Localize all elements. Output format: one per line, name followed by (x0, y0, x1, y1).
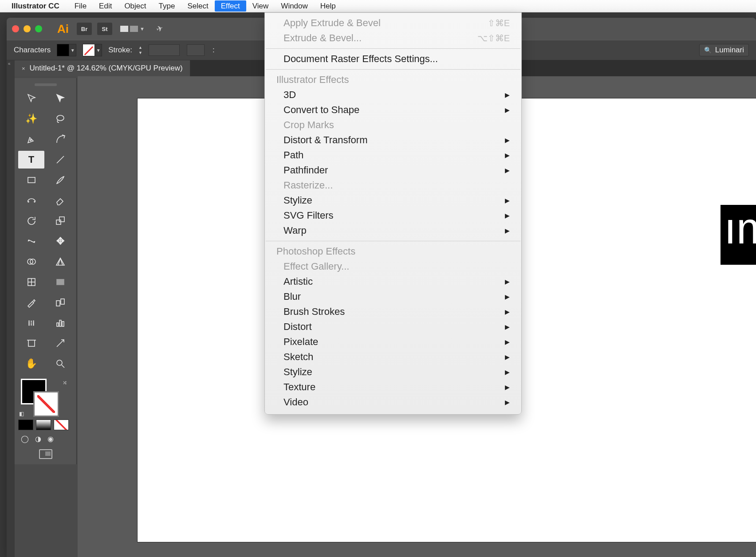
menu-separator (266, 241, 520, 241)
menu-item-sketch[interactable]: Sketch▶ (265, 349, 521, 365)
symbol-sprayer-tool[interactable]: ⁞⁝⁞ (18, 314, 44, 332)
free-transform-tool[interactable]: ✥ (47, 232, 73, 250)
swap-fill-stroke-icon[interactable]: ⤭ (63, 380, 67, 386)
maximize-window-icon[interactable] (35, 25, 42, 32)
rectangle-tool[interactable] (18, 171, 44, 189)
submenu-arrow-icon: ▶ (505, 399, 510, 406)
minimize-window-icon[interactable] (24, 25, 31, 32)
menu-type[interactable]: Type (153, 0, 181, 12)
eraser-tool[interactable] (47, 192, 73, 209)
line-segment-tool[interactable] (47, 151, 73, 169)
stock-button[interactable]: St (97, 23, 112, 35)
stroke-weight-field[interactable] (149, 44, 180, 56)
menu-item-pixelate[interactable]: Pixelate▶ (265, 334, 521, 349)
paintbrush-tool[interactable] (47, 171, 73, 189)
font-search-field[interactable]: 🔍 Luminari (699, 44, 749, 56)
menu-label: Convert to Shape (284, 104, 359, 116)
pen-tool[interactable] (18, 130, 44, 148)
width-tool[interactable] (18, 232, 44, 250)
menu-item-pathfinder[interactable]: Pathfinder▶ (265, 163, 521, 178)
magic-wand-tool[interactable]: ✨ (18, 110, 44, 128)
type-tool[interactable]: T (18, 151, 44, 169)
menu-item-path[interactable]: Path▶ (265, 148, 521, 163)
gpu-performance-icon[interactable]: ✈ (155, 23, 165, 35)
mesh-tool[interactable] (18, 273, 44, 291)
menu-item-convert-to-shape[interactable]: Convert to Shape▶ (265, 102, 521, 118)
menu-item-distort-transform[interactable]: Distort & Transform▶ (265, 133, 521, 148)
menu-file[interactable]: File (68, 0, 93, 12)
svg-rect-17 (57, 279, 64, 285)
menu-item-distort[interactable]: Distort▶ (265, 319, 521, 334)
column-graph-tool[interactable] (47, 314, 73, 332)
brush-definition-field[interactable] (187, 44, 205, 56)
app-name[interactable]: Illustrator CC (12, 2, 59, 11)
artboard-tool[interactable] (18, 334, 44, 352)
menu-object[interactable]: Object (118, 0, 152, 12)
menu-view[interactable]: View (246, 0, 275, 12)
menu-separator (266, 69, 520, 70)
menu-select[interactable]: Select (181, 0, 214, 12)
draw-inside-icon[interactable]: ◉ (47, 435, 54, 443)
svg-point-0 (57, 115, 64, 121)
panel-collapse-strip[interactable]: « (7, 60, 15, 557)
selection-tool[interactable] (18, 90, 44, 107)
fill-dropdown[interactable]: ▼ (69, 44, 76, 56)
blend-tool[interactable] (47, 294, 73, 311)
menu-label: Pixelate (284, 336, 318, 348)
curvature-tool[interactable] (47, 130, 73, 148)
menu-item-texture[interactable]: Texture▶ (265, 380, 521, 395)
stroke-dropdown[interactable]: ▼ (95, 44, 102, 56)
rotate-tool[interactable] (18, 212, 44, 230)
slice-tool[interactable] (47, 334, 73, 352)
menu-label: Artistic (284, 276, 313, 287)
menu-effect[interactable]: Effect (215, 0, 246, 12)
stroke-color-icon[interactable] (33, 391, 59, 417)
menu-item-video[interactable]: Video▶ (265, 395, 521, 410)
close-window-icon[interactable] (12, 25, 19, 32)
perspective-grid-tool[interactable] (47, 253, 73, 271)
gradient-mode-icon[interactable] (36, 420, 51, 430)
default-fill-stroke-icon[interactable]: ◧ (19, 411, 24, 417)
document-tab-title: Untitled-1* @ 124.62% (CMYK/GPU Preview) (30, 64, 183, 73)
mac-menubar: Illustrator CC FileEditObjectTypeSelectE… (0, 0, 756, 12)
menu-item-3d[interactable]: 3D▶ (265, 87, 521, 102)
bridge-button[interactable]: Br (77, 23, 92, 35)
menu-edit[interactable]: Edit (93, 0, 118, 12)
none-mode-icon[interactable] (54, 420, 69, 430)
menu-item-artistic[interactable]: Artistic▶ (265, 274, 521, 289)
lasso-tool[interactable] (47, 110, 73, 128)
close-tab-icon[interactable]: × (22, 65, 25, 72)
svg-rect-3 (28, 177, 35, 183)
draw-behind-icon[interactable]: ◑ (35, 435, 41, 443)
menu-item-brush-strokes[interactable]: Brush Strokes▶ (265, 304, 521, 319)
gradient-tool[interactable] (47, 273, 73, 291)
draw-normal-icon[interactable]: ◯ (21, 435, 29, 443)
color-mode-icon[interactable] (18, 420, 33, 430)
text-object[interactable]: ım (721, 205, 756, 265)
submenu-arrow-icon: ▶ (505, 293, 510, 300)
scale-tool[interactable] (47, 212, 73, 230)
zoom-tool[interactable] (47, 355, 73, 373)
shape-builder-tool[interactable] (18, 253, 44, 271)
screen-mode-icon[interactable] (39, 449, 52, 459)
menu-item-warp[interactable]: Warp▶ (265, 223, 521, 238)
menu-item-stylize[interactable]: Stylize▶ (265, 193, 521, 208)
menu-help[interactable]: Help (314, 0, 342, 12)
stroke-swatch[interactable] (83, 44, 95, 56)
direct-selection-tool[interactable] (47, 90, 73, 107)
menu-item-blur[interactable]: Blur▶ (265, 289, 521, 304)
panel-grip-icon[interactable] (35, 83, 57, 86)
submenu-arrow-icon: ▶ (505, 197, 510, 204)
stroke-weight-stepper[interactable]: ▲▼ (138, 45, 142, 55)
arrange-documents-button[interactable]: ▼ (120, 26, 145, 32)
fill-swatch[interactable] (57, 44, 69, 56)
menu-window[interactable]: Window (275, 0, 314, 12)
document-tab[interactable]: × Untitled-1* @ 124.62% (CMYK/GPU Previe… (15, 60, 190, 76)
fill-stroke-control[interactable]: ⤭ ◧ (18, 379, 73, 417)
menu-document-raster-settings[interactable]: Document Raster Effects Settings... (265, 51, 521, 67)
shaper-tool[interactable] (18, 192, 44, 209)
menu-item-svg-filters[interactable]: SVG Filters▶ (265, 208, 521, 223)
hand-tool[interactable]: ✋ (18, 355, 44, 373)
eyedropper-tool[interactable] (18, 294, 44, 311)
menu-item-stylize[interactable]: Stylize▶ (265, 365, 521, 380)
